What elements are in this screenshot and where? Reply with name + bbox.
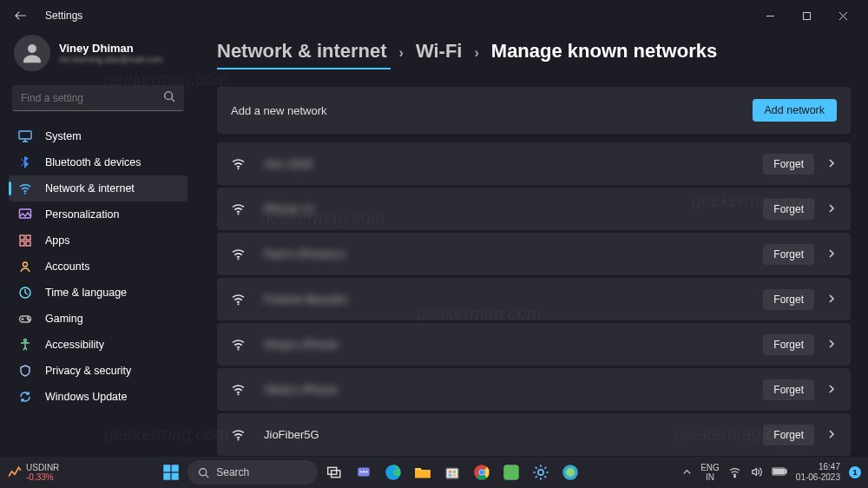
wifi-icon [231,382,248,397]
forget-button[interactable]: Forget [763,425,814,445]
sidebar-item-label: Network & internet [45,182,135,195]
sidebar-item-accounts[interactable]: Accounts [9,254,187,280]
app-button-1[interactable] [498,459,524,485]
network-row[interactable]: iPhone 11Forget [217,188,851,230]
sidebar-item-personalization[interactable]: Personalization [9,201,187,228]
svg-point-22 [237,439,239,440]
minimize-button[interactable] [752,3,788,28]
wifi-icon [231,247,248,261]
wifi-tray-icon[interactable] [728,465,741,480]
back-button[interactable] [12,7,30,24]
sidebar-item-network[interactable]: Network & internet [9,175,187,201]
svg-point-4 [24,193,26,195]
stock-symbol: USDINR [26,463,59,472]
window-title: Settings [45,10,82,22]
add-network-label: Add a new network [231,104,327,117]
sidebar-item-system[interactable]: System [9,123,187,149]
battery-tray-icon[interactable] [772,466,787,478]
chevron-right-icon[interactable] [826,337,837,353]
svg-point-33 [366,471,368,472]
sidebar-item-update[interactable]: Windows Update [9,384,187,410]
sidebar-item-privacy[interactable]: Privacy & security [9,358,187,384]
avatar [14,35,50,71]
start-button[interactable] [158,459,184,485]
accounts-icon [17,259,33,274]
forget-button[interactable]: Forget [763,154,814,175]
edge-button[interactable] [380,459,406,485]
network-name: Pam's iPhone11 [264,247,345,260]
sidebar-item-label: Accounts [45,260,89,273]
network-row[interactable]: JioFiber5GForget [217,413,851,456]
search-box[interactable] [12,85,184,111]
chrome-button[interactable] [469,459,495,485]
chevron-right-icon[interactable] [826,201,837,217]
add-network-button[interactable]: Add network [753,99,837,122]
crumb-wifi[interactable]: Wi-Fi [416,40,463,63]
settings-button[interactable] [528,459,554,485]
svg-rect-54 [773,470,783,474]
network-row[interactable]: Vinay's iPhoneForget [217,323,851,366]
tray-chevron-icon[interactable] [682,467,692,478]
wifi-icon [231,427,248,442]
forget-button[interactable]: Forget [763,379,814,400]
stock-icon [7,465,23,480]
taskbar-search[interactable]: Search [187,460,318,485]
clock[interactable]: 16:47 01-06-2023 [796,462,840,483]
wifi-icon [231,156,248,171]
forget-button[interactable]: Forget [763,289,814,310]
taskbar-widgets[interactable]: USDINR -0.33% [7,463,59,482]
app-button-2[interactable] [557,459,583,485]
network-row[interactable]: Vikas's iPhoneForget [217,368,851,411]
stock-change: -0.33% [26,472,59,482]
profile[interactable]: Viney Dhiman mr.morning.star@mail.com [9,31,187,80]
crumb-network[interactable]: Network & internet [217,40,387,63]
chevron-right-icon[interactable] [826,427,837,443]
profile-name: Viney Dhiman [59,42,163,55]
chevron-right-icon[interactable] [826,156,837,172]
forget-button[interactable]: Forget [763,244,814,265]
sidebar-item-label: Apps [45,234,70,247]
svg-point-20 [237,348,239,350]
svg-point-18 [237,258,239,260]
chat-button[interactable] [351,459,377,485]
language-indicator[interactable]: ENG IN [700,463,720,482]
svg-rect-7 [26,235,30,240]
chevron-right-icon[interactable] [826,292,837,307]
search-input[interactable] [21,92,163,104]
close-button[interactable] [825,3,861,28]
sidebar-item-bluetooth[interactable]: Bluetooth & devices [9,149,187,175]
svg-point-51 [733,475,735,477]
network-row[interactable]: vivo 1818Forget [217,142,851,185]
apps-icon [17,233,33,248]
forget-button[interactable]: Forget [763,334,814,355]
store-button[interactable] [439,459,465,485]
maximize-button[interactable] [788,3,825,28]
network-row[interactable]: Pam's iPhone11Forget [217,233,851,275]
chevron-right-icon[interactable] [826,382,837,398]
svg-rect-35 [416,471,431,478]
volume-tray-icon[interactable] [750,465,763,480]
svg-rect-37 [449,471,452,473]
taskbar-search-label: Search [216,466,249,478]
sidebar-item-label: Time & language [45,287,127,299]
forget-button[interactable]: Forget [763,199,814,220]
svg-point-31 [360,471,362,472]
explorer-button[interactable] [410,459,436,485]
notification-badge[interactable]: 1 [849,466,861,478]
svg-point-21 [237,393,239,395]
wifi-icon [231,337,248,352]
sidebar-item-gaming[interactable]: Gaming [9,306,187,332]
chevron-right-icon[interactable] [826,247,837,262]
network-name: Vikas's iPhone [264,383,338,396]
sidebar-item-time[interactable]: Time & language [9,280,187,306]
svg-rect-6 [20,235,24,240]
sidebar-item-apps[interactable]: Apps [9,228,187,254]
svg-rect-53 [785,470,786,473]
chevron-right-icon: › [474,45,478,61]
task-view-button[interactable] [321,459,347,485]
sidebar-item-label: Accessibility [45,339,104,351]
sidebar-item-label: Privacy & security [45,365,131,377]
svg-point-13 [27,318,29,320]
network-row[interactable]: Fortune BesudmForget [217,278,851,320]
sidebar-item-accessibility[interactable]: Accessibility [9,332,187,358]
